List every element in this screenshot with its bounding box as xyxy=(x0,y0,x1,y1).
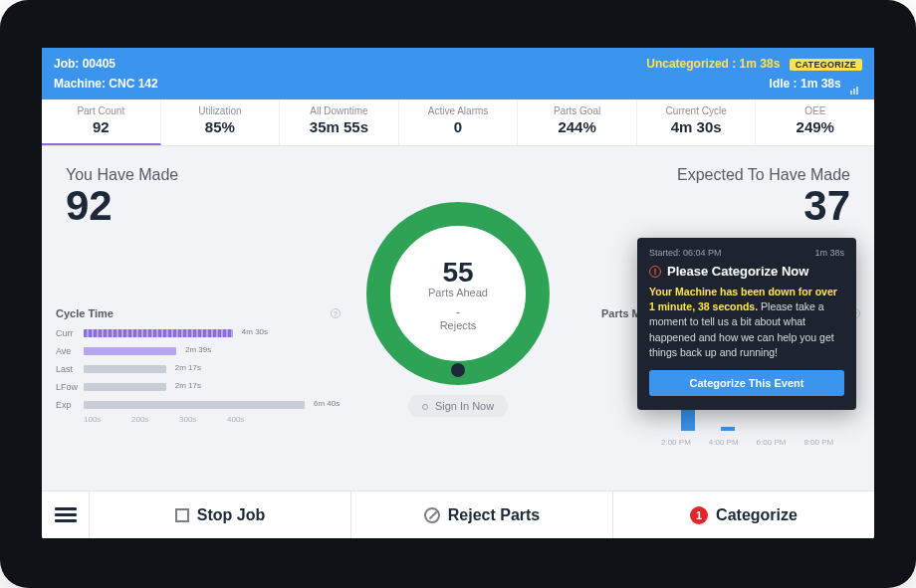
reject-parts-button[interactable]: Reject Parts xyxy=(351,491,613,538)
metric-value: 35m 55s xyxy=(280,118,398,135)
popup-title: Please Categorize Now xyxy=(667,264,808,279)
metric-utilization[interactable]: Utilization85% xyxy=(161,99,281,145)
machine-label: Machine: CNC 142 xyxy=(54,77,158,91)
metric-label: Parts Goal xyxy=(518,105,636,116)
expected-value: 37 xyxy=(677,182,850,230)
popup-body: Your Machine has been down for over 1 mi… xyxy=(649,285,844,360)
metric-label: Current Cycle xyxy=(637,105,756,116)
sign-in-button[interactable]: Sign In Now xyxy=(408,395,508,417)
metric-value: 85% xyxy=(161,118,280,135)
signin-dot-icon xyxy=(422,404,428,410)
reject-parts-label: Reject Parts xyxy=(448,506,541,524)
help-icon[interactable]: ? xyxy=(331,308,341,318)
parts-made-bar xyxy=(721,427,735,431)
app-screen: Job: 00405 Uncategorized : 1m 38s CATEGO… xyxy=(42,48,874,538)
stop-icon xyxy=(175,508,189,522)
uncategorized-status[interactable]: Uncategorized : 1m 38s CATEGORIZE xyxy=(646,57,862,71)
categorize-count-badge: 1 xyxy=(690,506,708,524)
cycle-time-title: Cycle Time xyxy=(56,307,114,319)
metric-parts-goal[interactable]: Parts Goal244% xyxy=(518,99,637,145)
parts-ahead-label: Parts Ahead xyxy=(428,287,488,298)
ring-handle-icon xyxy=(451,363,465,377)
cycle-time-row: LFow2m 17s xyxy=(56,379,341,395)
metric-value: 249% xyxy=(756,118,874,135)
rejects-label: Rejects xyxy=(440,319,477,331)
metric-value: 92 xyxy=(42,118,160,135)
rejects-value: - xyxy=(456,304,460,319)
metric-label: All Downtime xyxy=(280,105,398,116)
metric-oee[interactable]: OEE249% xyxy=(756,99,874,145)
cycle-time-row: Curr4m 30s xyxy=(56,325,341,341)
you-have-made: You Have Made 92 xyxy=(66,166,178,230)
stop-job-label: Stop Job xyxy=(197,506,265,524)
popup-started: Started: 06:04 PM xyxy=(649,248,722,258)
expected-to-have-made: Expected To Have Made 37 xyxy=(677,166,850,230)
metric-label: Active Alarms xyxy=(399,105,518,116)
stop-job-button[interactable]: Stop Job xyxy=(90,491,351,538)
uncategorized-label: Uncategorized : xyxy=(646,57,736,71)
idle-time: 1m 38s xyxy=(801,77,841,91)
metric-label: Part Count xyxy=(42,105,160,116)
cycle-time-row: Exp6m 40s xyxy=(56,397,341,413)
sign-in-label: Sign In Now xyxy=(435,400,494,412)
metric-current-cycle[interactable]: Current Cycle4m 30s xyxy=(637,99,757,145)
categorize-button[interactable]: 1 Categorize xyxy=(613,491,874,538)
metric-all-downtime[interactable]: All Downtime35m 55s xyxy=(280,99,399,145)
header-bar: Job: 00405 Uncategorized : 1m 38s CATEGO… xyxy=(42,48,874,99)
metric-active-alarms[interactable]: Active Alarms0 xyxy=(399,99,519,145)
cycle-time-row: Ave2m 39s xyxy=(56,343,341,359)
reject-icon xyxy=(424,507,440,523)
job-label: Job: 00405 xyxy=(54,57,115,71)
metric-part-count[interactable]: Part Count92 xyxy=(42,99,161,145)
progress-ring: 55 Parts Ahead - Rejects xyxy=(366,202,550,385)
categorize-badge[interactable]: CATEGORIZE xyxy=(790,59,862,71)
categorize-popup: Started: 06:04 PM 1m 38s ! Please Catego… xyxy=(637,238,856,410)
tablet-frame: Job: 00405 Uncategorized : 1m 38s CATEGO… xyxy=(0,0,916,588)
bottom-bar: Stop Job Reject Parts 1 Categorize xyxy=(42,490,874,538)
categorize-label: Categorize xyxy=(716,506,798,524)
idle-label: Idle : xyxy=(770,77,798,91)
metric-value: 244% xyxy=(518,118,636,135)
popup-duration: 1m 38s xyxy=(814,248,844,258)
signal-icon xyxy=(850,81,862,89)
categorize-event-button[interactable]: Categorize This Event xyxy=(649,370,844,396)
idle-status: Idle : 1m 38s xyxy=(770,77,862,91)
main-area: You Have Made 92 Expected To Have Made 3… xyxy=(42,146,874,473)
metrics-strip: Part Count92Utilization85%All Downtime35… xyxy=(42,99,874,146)
menu-button[interactable] xyxy=(42,491,90,538)
metric-value: 4m 30s xyxy=(637,118,756,135)
parts-ahead-value: 55 xyxy=(442,257,473,289)
alert-icon: ! xyxy=(649,266,661,278)
cycle-time-row: Last2m 17s xyxy=(56,361,341,377)
uncategorized-time: 1m 38s xyxy=(740,57,781,71)
metric-value: 0 xyxy=(399,118,518,135)
cycle-time-panel: Cycle Time ? Curr4m 30sAve2m 39sLast2m 1… xyxy=(56,307,341,424)
metric-label: Utilization xyxy=(161,105,280,116)
you-have-made-value: 92 xyxy=(66,182,178,230)
metric-label: OEE xyxy=(756,105,874,116)
progress-ring-wrap: 55 Parts Ahead - Rejects Sign In Now xyxy=(364,202,552,417)
